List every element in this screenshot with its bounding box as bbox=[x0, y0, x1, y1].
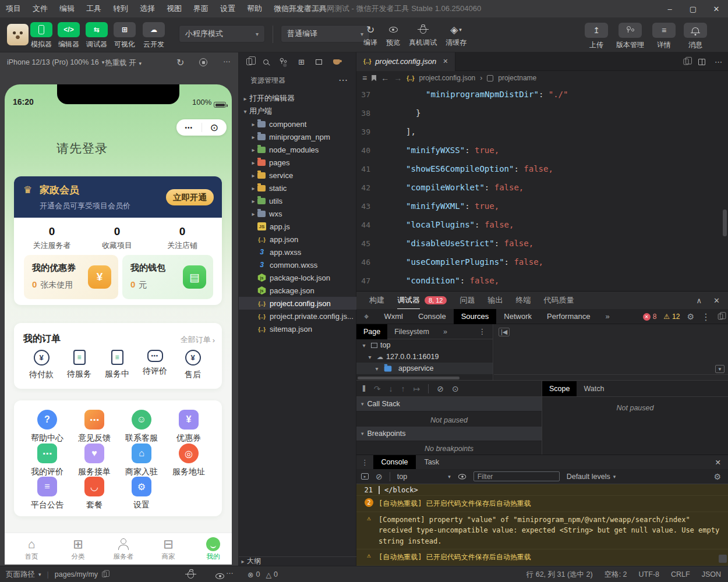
tab-terminal[interactable]: 终端 bbox=[515, 295, 531, 306]
debugger-toggle-button[interactable]: ⇆ 调试器 bbox=[85, 22, 108, 49]
tab-scope[interactable]: Scope bbox=[542, 381, 577, 396]
step-icon[interactable]: ↦ bbox=[414, 384, 420, 393]
restart-icon[interactable]: ↻ bbox=[176, 57, 184, 68]
step-out-icon[interactable]: ↑ bbox=[401, 384, 405, 393]
horizontal-scrollbar[interactable] bbox=[358, 377, 460, 379]
order-pending-payment[interactable]: ¥ 待付款 bbox=[23, 350, 60, 380]
service-my-reviews[interactable]: ⋯ 我的评价 bbox=[25, 443, 69, 477]
folder-wxs[interactable]: ▸wxs bbox=[239, 207, 356, 220]
compile-button[interactable]: ↻ 编译 bbox=[363, 23, 377, 48]
hot-reload-select[interactable]: 热重载 开 ▾ bbox=[105, 58, 142, 68]
open-file-icon[interactable] bbox=[684, 59, 689, 65]
language-mode[interactable]: JSON bbox=[702, 570, 721, 579]
dock-side-icon[interactable] bbox=[718, 314, 723, 320]
tab-categories[interactable]: ⊞ 分类 bbox=[61, 537, 96, 561]
visualization-toggle-button[interactable]: ⊞ 可视化 bbox=[113, 22, 136, 49]
teapot-icon[interactable] bbox=[333, 59, 340, 65]
eye-icon[interactable] bbox=[215, 573, 224, 579]
indentation-setting[interactable]: 空格: 2 bbox=[605, 570, 627, 580]
eye-icon[interactable] bbox=[458, 474, 466, 479]
order-pending-service[interactable]: ≡ 待服务 bbox=[61, 350, 98, 379]
outline-section[interactable]: ▸大纲 bbox=[239, 556, 356, 566]
folder-miniprogram-npm[interactable]: ▸miniprogram_npm bbox=[239, 130, 356, 143]
cursor-position[interactable]: 行 62, 列 31 (选中 2) bbox=[526, 570, 593, 580]
tab-problems[interactable]: 问题 bbox=[460, 295, 475, 306]
list-icon[interactable]: ≡ bbox=[362, 73, 367, 83]
more-dots-icon[interactable]: ••• bbox=[176, 125, 202, 131]
editor-scrollbar[interactable] bbox=[723, 210, 727, 236]
console-settings-icon[interactable]: ⚙ bbox=[713, 472, 728, 481]
file-project-private-config[interactable]: {..}project.private.config.js... bbox=[239, 310, 356, 322]
more-icon[interactable]: ⋯ bbox=[715, 58, 722, 66]
more-icon[interactable]: ⋮ bbox=[356, 458, 373, 467]
service-help-center[interactable]: ? 帮助中心 bbox=[25, 410, 69, 443]
file-common-wxss[interactable]: 3common.wxss bbox=[239, 258, 356, 271]
menu-file[interactable]: 文件 bbox=[27, 0, 54, 17]
bookmark-icon[interactable] bbox=[372, 75, 376, 81]
clear-cache-button[interactable]: ◈▾ 清缓存 bbox=[446, 23, 467, 48]
minimize-button[interactable]: – bbox=[658, 0, 681, 17]
deactivate-breakpoints-icon[interactable]: ⊘ bbox=[437, 384, 444, 393]
device-select[interactable]: iPhone 12/13 (Pro) 100% 16 ▾ bbox=[7, 58, 104, 66]
pause-on-exceptions-icon[interactable]: ⊙ bbox=[452, 384, 459, 393]
tab-merchants[interactable]: ⊟ 商家 bbox=[151, 537, 186, 561]
clear-console-icon[interactable]: ⊘ bbox=[376, 472, 383, 481]
tree-item-appservice[interactable]: ▾appservice bbox=[356, 363, 493, 374]
user-avatar[interactable] bbox=[7, 24, 29, 45]
context-select[interactable]: top ▾ bbox=[397, 473, 451, 481]
devtools-tab-network[interactable]: Network bbox=[496, 309, 539, 324]
menu-select[interactable]: 选择 bbox=[134, 0, 161, 17]
console-message[interactable]: 2 [自动热重载] 已开启代码文件保存后自动热重载 bbox=[356, 496, 728, 512]
file-project-config-json[interactable]: {..}project.config.json bbox=[239, 297, 356, 310]
open-editors-section[interactable]: ▸打开的编辑器 bbox=[239, 92, 356, 105]
window-icon[interactable] bbox=[316, 59, 322, 65]
service-address[interactable]: ◎ 服务地址 bbox=[167, 443, 211, 477]
file-app-js[interactable]: JSapp.js bbox=[239, 220, 356, 233]
drawer-tab-console[interactable]: Console bbox=[373, 455, 416, 470]
files-icon[interactable] bbox=[246, 58, 252, 65]
all-orders-link[interactable]: 全部订单› bbox=[181, 335, 215, 345]
service-packages[interactable]: ◡ 套餐 bbox=[72, 477, 116, 510]
tab-mine[interactable]: 我的 bbox=[196, 537, 231, 561]
file-package-lock-json[interactable]: jspackage-lock.json bbox=[239, 271, 356, 284]
devtools-tab-console[interactable]: Console bbox=[411, 309, 454, 324]
console-filter-input[interactable] bbox=[473, 471, 560, 481]
close-tab-icon[interactable]: ✕ bbox=[443, 58, 448, 65]
tab-code-quality[interactable]: 代码质量 bbox=[543, 295, 574, 306]
breadcrumb-file[interactable]: project.config.json bbox=[419, 74, 476, 82]
file-app-wxss[interactable]: 3app.wxss bbox=[239, 246, 356, 258]
tab-watch[interactable]: Watch bbox=[577, 381, 611, 396]
pause-icon[interactable]: ‖ bbox=[362, 384, 366, 393]
stat-favorite-projects[interactable]: 0 收藏项目 bbox=[88, 225, 146, 251]
open-membership-button[interactable]: 立即开通 bbox=[166, 189, 214, 205]
console-sidebar-icon[interactable]: ▸ bbox=[361, 473, 369, 480]
compile-mode-select[interactable]: 普通编译 ▾ bbox=[281, 25, 370, 42]
close-button[interactable]: ✕ bbox=[705, 0, 728, 17]
menu-goto[interactable]: 转到 bbox=[107, 0, 134, 17]
log-levels-select[interactable]: Default levels ▾ bbox=[567, 473, 616, 481]
menu-settings[interactable]: 设置 bbox=[214, 0, 241, 17]
console-message[interactable]: ⚠ [自动热重载] 已开启代码文件保存后自动热重载 bbox=[356, 549, 728, 566]
capsule-menu[interactable]: ••• ⊙ bbox=[176, 119, 227, 136]
sources-tab-filesystem[interactable]: Filesystem bbox=[387, 324, 436, 339]
messages-button[interactable]: 消息 bbox=[684, 23, 707, 50]
drawer-tab-task[interactable]: Task bbox=[416, 455, 447, 470]
collapse-panel-icon[interactable]: ∧ bbox=[697, 296, 702, 305]
folder-component[interactable]: ▸component bbox=[239, 118, 356, 130]
capsule-target-icon[interactable]: ⊙ bbox=[202, 122, 227, 134]
more-tabs-icon[interactable]: » bbox=[598, 309, 617, 324]
stat-followed-shops[interactable]: 0 关注店铺 bbox=[153, 225, 211, 251]
menu-view[interactable]: 视图 bbox=[161, 0, 188, 17]
menu-tools[interactable]: 工具 bbox=[80, 0, 107, 17]
bug-icon[interactable] bbox=[188, 571, 194, 579]
file-app-json[interactable]: {..}app.json bbox=[239, 233, 356, 246]
tab-build[interactable]: 构建 bbox=[369, 295, 384, 306]
cloud-dev-button[interactable]: ☁ 云开发 bbox=[142, 22, 165, 49]
extensions-icon[interactable]: ⊞ bbox=[298, 58, 305, 66]
upload-button[interactable]: ↥ 上传 bbox=[585, 23, 608, 50]
git-icon[interactable] bbox=[280, 58, 287, 66]
code-area[interactable]: 37"miniprogramNpmDistDir": "./" 38} 39],… bbox=[356, 85, 728, 291]
coupons-card[interactable]: 我的优惠券 0张未使用 ¥ bbox=[24, 255, 118, 299]
order-after-sale[interactable]: ¥ 售后 bbox=[174, 350, 211, 380]
root-folder[interactable]: ▾用户端 bbox=[239, 105, 356, 118]
